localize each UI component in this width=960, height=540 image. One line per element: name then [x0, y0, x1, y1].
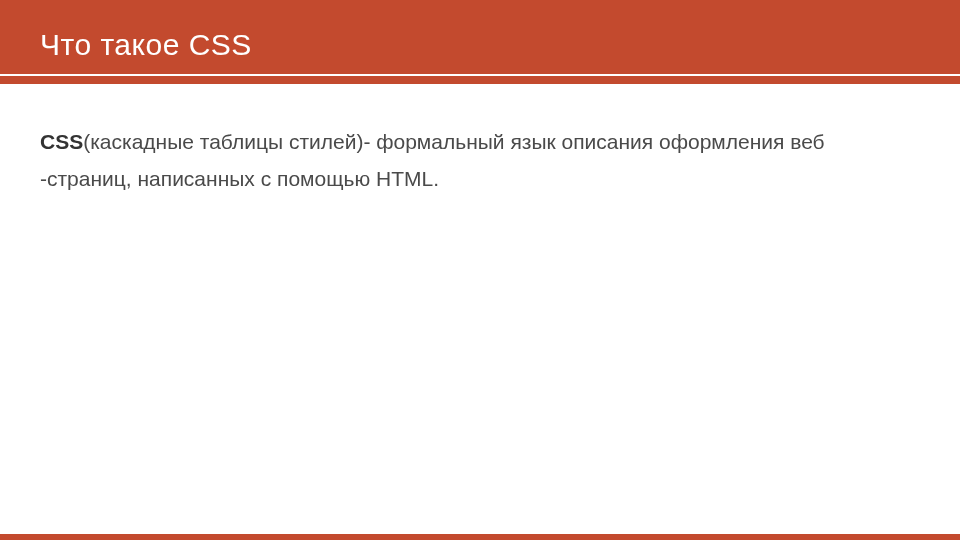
body-paragraph: CSS(каскадные таблицы стилей)- формальны…: [40, 124, 920, 198]
slide-body: CSS(каскадные таблицы стилей)- формальны…: [0, 76, 960, 534]
body-text-content: (каскадные таблицы стилей)- формальный я…: [40, 130, 825, 190]
slide-header: Что такое CSS: [0, 0, 960, 76]
body-bold-prefix: CSS: [40, 130, 83, 153]
slide-title: Что такое CSS: [40, 28, 920, 62]
